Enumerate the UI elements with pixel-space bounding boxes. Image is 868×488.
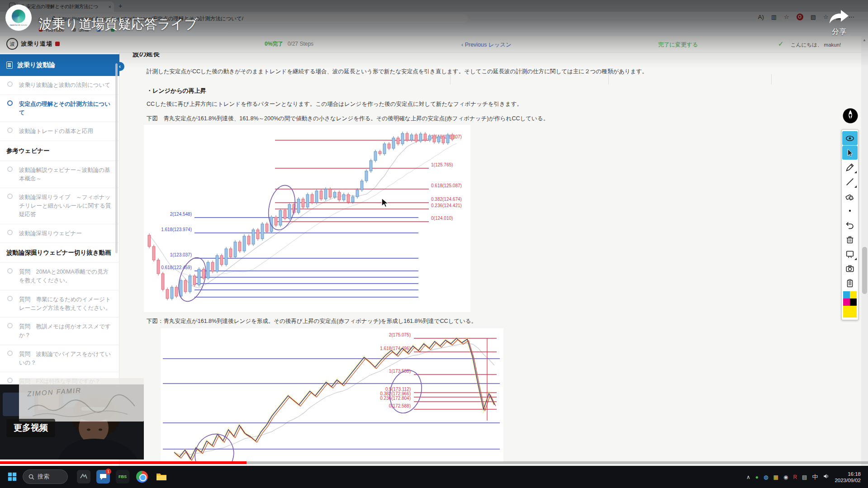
sidebar-lesson-item[interactable]: 質問 教訓メモは何がオススメですか？: [0, 317, 119, 345]
chart-1: 2(124.548)1.618(123.974)1(123.037)0.618(…: [144, 125, 470, 312]
favorites-list-icon[interactable]: ☆: [823, 14, 829, 20]
cursor-tool-icon[interactable]: [842, 146, 858, 160]
split-screen-icon[interactable]: ▥: [771, 14, 777, 20]
taskbar-search[interactable]: 搜索: [23, 469, 68, 484]
lesson-label: 波乗り波動論と波動の法則について: [19, 82, 110, 88]
tray-r-icon[interactable]: R: [793, 474, 797, 480]
sidebar-lesson-item[interactable]: 安定点の理解とその計測方法について: [0, 95, 119, 123]
sidebar-lesson-item[interactable]: 波乗り波動論と波動の法則について: [0, 76, 119, 95]
tray-network-icon[interactable]: ◍: [764, 474, 768, 480]
speaker-icon[interactable]: [823, 473, 830, 481]
sidebar-lesson-item[interactable]: 波動論深堀りウェビナー: [0, 224, 119, 243]
lesson-label: 質問 専業になるためのイメージトレーニング方法を教えてください。: [19, 296, 111, 311]
svg-text:0.236(124.421): 0.236(124.421): [431, 203, 462, 208]
greeting-text: こんにちは、: [791, 42, 822, 47]
palette-swatch-1[interactable]: [843, 291, 850, 298]
channel-avatar[interactable]: NAMINORI DOJO: [5, 5, 32, 31]
fbs-app-icon[interactable]: FBS: [116, 470, 129, 483]
content-paragraph-2: CCした後に再び上昇方向にトレンドを作るパターンとなります。この場合はレンジを作…: [147, 100, 522, 108]
trash-tool-icon[interactable]: [842, 232, 858, 246]
clock-time: 16:18: [835, 471, 861, 477]
extension-icon[interactable]: ▧: [811, 14, 816, 20]
size-dot-icon[interactable]: [842, 204, 858, 218]
lesson-label: 質問 波動論でバイアスをかけていいの？: [19, 351, 111, 366]
eye-tool-icon[interactable]: [842, 131, 858, 145]
site-logo[interactable]: 波 波乗り道場: [6, 38, 60, 50]
scrollbar-thumb[interactable]: [862, 247, 867, 294]
video-title[interactable]: 波乗り道場質疑応答ライブ: [39, 15, 198, 33]
share-arrow-icon: [829, 9, 849, 24]
site-logo-icon: 波: [6, 38, 18, 50]
lesson-status-icon: [7, 194, 13, 199]
windows-taskbar: 搜索 1FBS ∧●◍▦◉R▤中16:182023/09/02: [0, 466, 868, 488]
share-control[interactable]: 分享: [829, 9, 849, 37]
eraser-tool-icon[interactable]: [842, 189, 858, 203]
files-folder-icon[interactable]: [155, 470, 168, 483]
tab-close-icon[interactable]: ×: [109, 4, 111, 9]
content-subheading: ・レンジからの再上昇: [147, 87, 206, 95]
taskbar-clock[interactable]: 16:182023/09/02: [835, 471, 861, 483]
lesson-status-icon: [7, 230, 13, 235]
browser-tab-strip: 安定点の理解とその計測方法につ × +: [0, 0, 868, 12]
chrome-icon[interactable]: [135, 470, 149, 483]
sidebar-scrollbar[interactable]: [115, 63, 118, 253]
previous-lesson-link[interactable]: ‹ Previous レッスン: [461, 41, 512, 49]
channel-name: NAMINORI DOJO: [10, 24, 28, 26]
mark-complete-button[interactable]: 完了に変更する: [658, 41, 698, 49]
sidebar-lesson-item[interactable]: 質問 20MAと200MA乖離での見方を教えてください。: [0, 263, 119, 290]
screenshot-tool-icon[interactable]: [842, 261, 858, 275]
svg-text:0.382(124.674): 0.382(124.674): [431, 197, 462, 202]
palette-swatch-3[interactable]: [843, 298, 850, 306]
lesson-label: 質問 20MAと200MA乖離での見方を教えてください。: [19, 269, 109, 284]
new-tab-button[interactable]: +: [119, 2, 122, 9]
sidebar-lesson-item[interactable]: 質問 波動論でバイアスをかけていいの？: [0, 345, 119, 373]
undo-tool-icon[interactable]: [842, 218, 858, 232]
current-color-swatch[interactable]: [843, 306, 857, 317]
chart1-caption: 下図 青丸安定点が161.8%到達後、161.8%～200%の間で値動きの小さな…: [147, 115, 549, 123]
video-progress-fill: [0, 461, 247, 464]
lesson-status-icon: [7, 296, 13, 301]
pencil-tool-icon[interactable]: [842, 160, 858, 174]
browser-tab[interactable]: 安定点の理解とその計測方法につ ×: [17, 1, 114, 12]
lesson-status-icon: [7, 81, 13, 87]
clipboard-tool-icon[interactable]: [842, 276, 858, 290]
sidebar-lesson-item[interactable]: 質問 専業になるためのイメージトレーニング方法を教えてください。: [0, 290, 119, 318]
sidebar-lesson-item[interactable]: 波動論トレードの基本と応用: [0, 122, 119, 141]
input-language-indicator[interactable]: 中: [812, 473, 818, 481]
sidebar-lesson-item[interactable]: 波動論解説ウェビナー～波動論の基本概念～: [0, 161, 119, 189]
chat-app-icon[interactable]: 1: [96, 470, 110, 483]
lesson-status-icon: [7, 378, 13, 383]
whiteboard-tool-icon[interactable]: [842, 247, 858, 261]
tray-monitor-icon[interactable]: ◉: [783, 474, 788, 480]
pen-app-icon[interactable]: [842, 108, 859, 124]
color-palette: [843, 291, 857, 306]
share-label: 分享: [829, 27, 849, 37]
tray-keyboard-icon[interactable]: ▤: [802, 474, 807, 480]
header-divider: [771, 74, 772, 84]
favorites-icon[interactable]: ☆: [784, 14, 789, 20]
palette-swatch-2[interactable]: [850, 291, 857, 298]
course-book-icon: [6, 62, 13, 69]
greeting-username: makun!: [824, 42, 841, 47]
scroll-up-icon[interactable]: ▲: [863, 38, 866, 42]
read-aloud-icon[interactable]: A): [758, 14, 764, 20]
notification-badge: 1: [105, 469, 111, 474]
svg-text:1.618(123.974): 1.618(123.974): [161, 227, 192, 232]
video-progress-bar[interactable]: [0, 461, 868, 464]
tray-grid-icon[interactable]: ▦: [773, 474, 778, 480]
line-tool-icon[interactable]: [842, 175, 858, 189]
dark-app-icon[interactable]: [77, 470, 90, 483]
svg-text:0.618(125.087): 0.618(125.087): [431, 183, 462, 188]
palette-swatch-4[interactable]: [850, 298, 857, 306]
sidebar-lesson-item[interactable]: 波動論深堀りライブ ～フィボナッチリレーと細かいルールに関する質疑応答: [0, 188, 119, 224]
lesson-label: 安定点の理解とその計測方法について: [19, 101, 110, 116]
tray-green-icon[interactable]: ●: [755, 474, 759, 480]
header-divider: [608, 74, 609, 84]
tray-expand-icon[interactable]: ∧: [746, 474, 750, 480]
progress-percent: 0%完了: [265, 41, 283, 47]
more-videos-overlay[interactable]: 更多视频: [6, 419, 55, 437]
opera-extension-icon[interactable]: O: [797, 14, 803, 20]
start-button-icon[interactable]: [7, 472, 17, 482]
page-scrollbar[interactable]: ▲: [861, 36, 868, 466]
course-title-header[interactable]: 波乗り波動論 ‹: [0, 54, 119, 76]
